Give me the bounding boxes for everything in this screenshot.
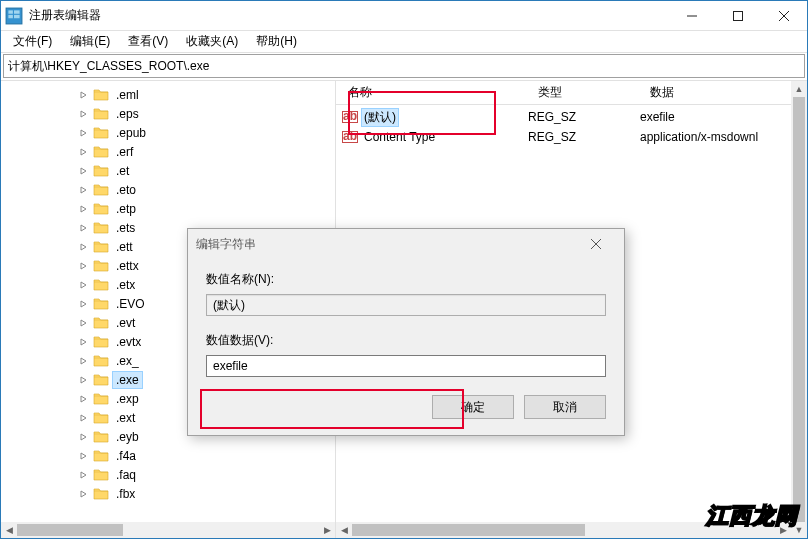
edit-string-dialog: 编辑字符串 数值名称(N): (默认) 数值数据(V): 确定 取消 xyxy=(187,228,625,436)
address-bar[interactable] xyxy=(3,54,805,78)
col-name[interactable]: 名称 xyxy=(342,81,532,104)
scroll-thumb[interactable] xyxy=(793,97,805,522)
tree-item-label: .exe xyxy=(113,372,142,388)
expand-arrow-icon[interactable] xyxy=(75,295,93,313)
menu-file[interactable]: 文件(F) xyxy=(5,31,60,52)
address-input[interactable] xyxy=(8,59,800,73)
expand-arrow-icon[interactable] xyxy=(75,86,93,104)
value-name-label: 数值名称(N): xyxy=(206,271,606,288)
tree-item[interactable]: .eml xyxy=(5,85,335,104)
value-name: (默认) xyxy=(362,109,398,126)
expand-arrow-icon[interactable] xyxy=(75,409,93,427)
tree-item[interactable]: .etp xyxy=(5,199,335,218)
tree-item-label: .etx xyxy=(113,277,138,293)
tree-item-label: .eps xyxy=(113,106,142,122)
tree-h-scrollbar[interactable]: ◀ ▶ xyxy=(1,522,335,538)
expand-arrow-icon[interactable] xyxy=(75,143,93,161)
tree-item[interactable]: .erf xyxy=(5,142,335,161)
tree-item[interactable]: .eps xyxy=(5,104,335,123)
dialog-buttons: 确定 取消 xyxy=(188,381,624,435)
expand-arrow-icon[interactable] xyxy=(75,219,93,237)
tree-item-label: .etp xyxy=(113,201,139,217)
tree-item-label: .epub xyxy=(113,125,149,141)
tree-item-label: .ex_ xyxy=(113,353,142,369)
tree-item[interactable]: .et xyxy=(5,161,335,180)
tree-item-label: .EVO xyxy=(113,296,148,312)
expand-arrow-icon[interactable] xyxy=(75,276,93,294)
col-type[interactable]: 类型 xyxy=(532,81,644,104)
expand-arrow-icon[interactable] xyxy=(75,466,93,484)
tree-item[interactable]: .f4a xyxy=(5,446,335,465)
close-button[interactable] xyxy=(761,1,807,30)
menubar: 文件(F) 编辑(E) 查看(V) 收藏夹(A) 帮助(H) xyxy=(1,31,807,53)
value-data: exefile xyxy=(640,110,807,124)
scroll-left-icon[interactable]: ◀ xyxy=(336,522,352,538)
menu-edit[interactable]: 编辑(E) xyxy=(62,31,118,52)
svg-rect-3 xyxy=(14,10,20,13)
expand-arrow-icon[interactable] xyxy=(75,447,93,465)
tree-item-label: .evt xyxy=(113,315,138,331)
tree-item-label: .eto xyxy=(113,182,139,198)
tree-item-label: .f4a xyxy=(113,448,139,464)
window-controls xyxy=(669,1,807,30)
list-v-scrollbar[interactable]: ▲ ▼ xyxy=(791,81,807,538)
list-row[interactable]: ab(默认)REG_SZexefile xyxy=(336,107,807,127)
svg-rect-4 xyxy=(14,14,20,17)
tree-item-label: .eyb xyxy=(113,429,142,445)
list-row[interactable]: abContent TypeREG_SZapplication/x-msdown… xyxy=(336,127,807,147)
tree-item[interactable]: .fbx xyxy=(5,484,335,503)
value-data: application/x-msdownl xyxy=(640,130,807,144)
expand-arrow-icon[interactable] xyxy=(75,162,93,180)
list-header: 名称 类型 数据 xyxy=(336,81,807,105)
expand-arrow-icon[interactable] xyxy=(75,333,93,351)
expand-arrow-icon[interactable] xyxy=(75,200,93,218)
cancel-button[interactable]: 取消 xyxy=(524,395,606,419)
value-type: REG_SZ xyxy=(528,110,640,124)
menu-view[interactable]: 查看(V) xyxy=(120,31,176,52)
expand-arrow-icon[interactable] xyxy=(75,257,93,275)
tree-item-label: .evtx xyxy=(113,334,144,350)
expand-arrow-icon[interactable] xyxy=(75,485,93,503)
tree-item-label: .faq xyxy=(113,467,139,483)
scroll-thumb[interactable] xyxy=(352,524,585,536)
dialog-titlebar: 编辑字符串 xyxy=(188,229,624,259)
minimize-button[interactable] xyxy=(669,1,715,30)
col-data[interactable]: 数据 xyxy=(644,81,807,104)
expand-arrow-icon[interactable] xyxy=(75,105,93,123)
ok-button[interactable]: 确定 xyxy=(432,395,514,419)
scroll-right-icon[interactable]: ▶ xyxy=(319,522,335,538)
tree-item-label: .exp xyxy=(113,391,142,407)
expand-arrow-icon[interactable] xyxy=(75,371,93,389)
svg-rect-6 xyxy=(734,11,743,20)
svg-text:ab: ab xyxy=(343,129,357,143)
window-title: 注册表编辑器 xyxy=(29,7,669,24)
value-name: Content Type xyxy=(362,130,437,144)
tree-item[interactable]: .epub xyxy=(5,123,335,142)
expand-arrow-icon[interactable] xyxy=(75,124,93,142)
tree-item-label: .ets xyxy=(113,220,138,236)
scroll-thumb[interactable] xyxy=(17,524,123,536)
value-name-field: (默认) xyxy=(206,294,606,316)
expand-arrow-icon[interactable] xyxy=(75,428,93,446)
menu-favorites[interactable]: 收藏夹(A) xyxy=(178,31,246,52)
tree-item-label: .ext xyxy=(113,410,138,426)
scroll-up-icon[interactable]: ▲ xyxy=(791,81,807,97)
scroll-left-icon[interactable]: ◀ xyxy=(1,522,17,538)
expand-arrow-icon[interactable] xyxy=(75,314,93,332)
value-type: REG_SZ xyxy=(528,130,640,144)
tree-item[interactable]: .eto xyxy=(5,180,335,199)
svg-text:ab: ab xyxy=(343,109,357,123)
watermark: 江西龙网 xyxy=(706,501,798,531)
tree-item[interactable]: .faq xyxy=(5,465,335,484)
value-data-input[interactable] xyxy=(206,355,606,377)
expand-arrow-icon[interactable] xyxy=(75,181,93,199)
expand-arrow-icon[interactable] xyxy=(75,390,93,408)
menu-help[interactable]: 帮助(H) xyxy=(248,31,305,52)
expand-arrow-icon[interactable] xyxy=(75,352,93,370)
expand-arrow-icon[interactable] xyxy=(75,238,93,256)
maximize-button[interactable] xyxy=(715,1,761,30)
tree-item-label: .et xyxy=(113,163,132,179)
tree-item-label: .fbx xyxy=(113,486,138,502)
svg-rect-2 xyxy=(8,14,13,17)
dialog-close-button[interactable] xyxy=(576,229,616,259)
